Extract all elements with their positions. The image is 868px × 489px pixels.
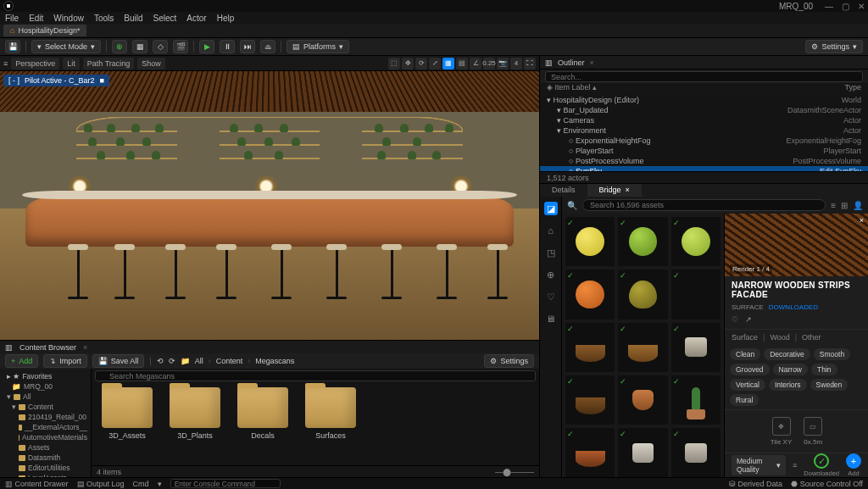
asset-none[interactable]: ✓ (671, 270, 721, 319)
add-button[interactable]: + (846, 453, 861, 469)
bridge-preview[interactable]: × Render 1 / 4 (725, 214, 868, 276)
menu-window[interactable]: Window (53, 14, 84, 23)
scale-control[interactable]: ▭0x.5m (804, 417, 822, 446)
tag[interactable]: Sweden (810, 379, 849, 391)
gizmo-scale-icon[interactable]: ⤢ (429, 58, 441, 69)
outliner-row[interactable]: ▾ EnvironmentActor (540, 125, 868, 136)
source-control[interactable]: ⬣ Source Control Off (791, 480, 863, 488)
gizmo-move-icon[interactable]: ✥ (402, 58, 414, 69)
viewport-show[interactable]: Show (137, 58, 165, 69)
outliner-row[interactable]: ▾ CamerasActor (540, 115, 868, 125)
menu-tools[interactable]: Tools (94, 14, 114, 23)
level-tab[interactable]: ⌂ HospitalityDesign* (3, 25, 86, 36)
cb-tree-item[interactable]: ▾ Content (2, 402, 89, 412)
add-content-button[interactable]: ⊕ (112, 40, 127, 53)
content-drawer-button[interactable]: ▥ Content Drawer (5, 480, 69, 488)
folder-3d-plants[interactable]: 3D_Plants (170, 387, 220, 440)
gizmo-snap-icon[interactable]: ▦ (442, 58, 454, 69)
outliner-dock-icon[interactable]: ▥ (545, 58, 553, 67)
stop-button[interactable]: ⏏ (260, 40, 275, 53)
outliner-row[interactable]: ○ PlayerStartPlayerStart (540, 146, 868, 156)
cb-tree-item[interactable]: Assets (2, 442, 89, 453)
menu-edit[interactable]: Edit (29, 14, 43, 23)
gizmo-camspeed[interactable]: 4 (510, 58, 522, 69)
asset-lemon[interactable]: ✓ (565, 217, 615, 266)
bcrumb-other[interactable]: Other (802, 333, 821, 342)
outliner-row[interactable]: ○ ExponentialHeightFogExponentialHeightF… (540, 136, 868, 146)
cb-back-icon[interactable]: ⟲ (157, 357, 164, 365)
gizmo-camera-icon[interactable]: 📷 (497, 58, 509, 69)
bridge-user-icon[interactable]: 👤 (853, 201, 863, 210)
asset-orange[interactable]: ✓ (565, 270, 615, 319)
cb-tree-item[interactable]: EditorUtilities (2, 463, 89, 473)
outliner-search-input[interactable] (545, 71, 863, 82)
outliner-tab[interactable]: Outliner (558, 58, 585, 67)
bridge-home-icon[interactable]: ⌂ (544, 224, 558, 237)
pause-button[interactable]: ⏸ (220, 40, 235, 53)
asset-lime[interactable]: ✓ (618, 217, 667, 266)
cb-search-input[interactable] (95, 370, 536, 381)
bridge-local-icon[interactable]: 🖥 (544, 312, 558, 325)
bridge-filter-icon[interactable]: ≡ (831, 201, 836, 210)
play-button[interactable]: ▶ (199, 40, 214, 53)
asset-cactus[interactable]: ✓ (671, 375, 721, 425)
asset-bowl2[interactable]: ✓ (618, 323, 667, 372)
viewport-perspective[interactable]: Perspective (11, 58, 59, 69)
cb-fav-item[interactable]: 📁 MRQ_00 (2, 381, 89, 392)
tile-control[interactable]: ✥Tile XY (771, 417, 793, 446)
bridge-fav-icon[interactable]: ♡ (544, 290, 558, 303)
tag[interactable]: Thin (811, 364, 837, 375)
asset-lime2[interactable]: ✓ (671, 217, 721, 266)
eject-icon[interactable]: [ - ] (8, 76, 19, 85)
cb-settings-button[interactable]: ⚙ Settings (484, 354, 534, 368)
marketplace-button[interactable]: ▦ (132, 40, 147, 53)
viewport-menu-icon[interactable]: ≡ (3, 59, 8, 68)
tag[interactable]: Decorative (764, 348, 810, 360)
platforms-button[interactable]: ▤ Platforms ▾ (287, 40, 349, 53)
folder-3d-assets[interactable]: 3D_Assets (102, 387, 153, 440)
pilot-stop-icon[interactable]: ■ (100, 76, 104, 85)
save-button[interactable]: 💾 (5, 40, 20, 53)
bridge-search-input[interactable] (582, 199, 826, 211)
fav-icon[interactable]: ♡ (732, 315, 738, 324)
crumb-all[interactable]: All (195, 357, 203, 365)
asset-pot2[interactable]: ✓ (618, 375, 667, 425)
window-controls[interactable]: — ▢ ✕ (825, 2, 865, 11)
derived-data[interactable]: ⛁ Derived Data (729, 480, 782, 488)
menu-help[interactable]: Help (217, 14, 235, 23)
output-log-button[interactable]: ▤ Output Log (77, 480, 125, 488)
minimize-icon[interactable]: — (825, 2, 833, 11)
quality-select[interactable]: Medium Quality ▾ (732, 455, 786, 475)
cb-tree-item[interactable]: __ExternalActors__ (2, 422, 89, 432)
menu-file[interactable]: File (5, 14, 19, 23)
folder-surfaces[interactable]: Surfaces (305, 387, 356, 440)
cb-tree-item[interactable]: 210419_Retail_00 (2, 412, 89, 422)
skip-button[interactable]: ⏭ (240, 40, 255, 53)
gizmo-select-icon[interactable]: ⬚ (388, 58, 400, 69)
tag[interactable]: Grooved (730, 364, 770, 375)
close-icon[interactable]: ✕ (858, 2, 865, 11)
gizmo-grid-icon[interactable]: ▤ (456, 58, 468, 69)
outliner-row[interactable]: ▾ HospitalityDesign (Editor)World (540, 95, 868, 105)
cb-folder-icon[interactable]: 📁 (181, 357, 190, 365)
outliner-row[interactable]: ○ PostProcessVolumePostProcessVolume (540, 156, 868, 166)
tag[interactable]: Narrow (773, 364, 808, 375)
share-icon[interactable]: ↗ (745, 315, 752, 324)
outliner-row[interactable]: ▾ Bar_UpdatedDatasmithSceneActor (540, 105, 868, 115)
settings-button[interactable]: ⚙ Settings ▾ (805, 40, 863, 53)
asset-bowl1[interactable]: ✓ (565, 323, 615, 372)
tag[interactable]: Rural (730, 394, 759, 406)
cb-view-slider[interactable]: —⬤——— (495, 468, 534, 476)
cb-import-button[interactable]: ↴ Import (43, 354, 87, 368)
menu-build[interactable]: Build (124, 14, 142, 23)
viewport-gizmos[interactable]: ⬚ ✥ ⟳ ⤢ ▦ ▤ ∠ 0.25 📷 4 ⛶ (388, 58, 536, 69)
tag[interactable]: Vertical (730, 379, 765, 391)
bridge-sort-icon[interactable]: ⊞ (841, 201, 848, 210)
select-mode-button[interactable]: ▾ Select Mode ▾ (31, 40, 101, 53)
viewport[interactable]: [ - ] Pilot Active - C_Bar2 ■ (0, 71, 539, 340)
tab-bridge[interactable]: Bridge × (587, 184, 642, 197)
cinematics-button[interactable]: 🎬 (173, 40, 188, 53)
crumb-megascans[interactable]: Megascans (255, 357, 294, 365)
quality-settings-icon[interactable]: ≡ (793, 461, 797, 470)
tag[interactable]: Smooth (814, 348, 850, 360)
